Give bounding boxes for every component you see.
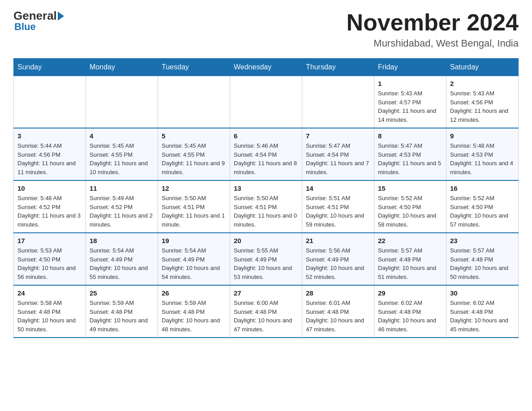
- week-row-4: 17Sunrise: 5:53 AMSunset: 4:50 PMDayligh…: [14, 233, 519, 285]
- calendar-cell: [302, 76, 374, 128]
- logo-arrow-icon: [58, 12, 64, 21]
- calendar-cell: 29Sunrise: 6:02 AMSunset: 4:48 PMDayligh…: [374, 285, 446, 338]
- location-subtitle: Murshidabad, West Bengal, India: [347, 38, 519, 49]
- calendar-cell: 24Sunrise: 5:58 AMSunset: 4:48 PMDayligh…: [14, 285, 86, 338]
- title-section: November 2024 Murshidabad, West Bengal, …: [347, 9, 519, 49]
- calendar-cell: 26Sunrise: 5:59 AMSunset: 4:48 PMDayligh…: [158, 285, 230, 338]
- calendar-cell: 12Sunrise: 5:50 AMSunset: 4:51 PMDayligh…: [158, 180, 230, 233]
- day-number: 26: [162, 289, 226, 297]
- day-number: 11: [90, 184, 154, 192]
- calendar-body: 1Sunrise: 5:43 AMSunset: 4:57 PMDaylight…: [14, 76, 519, 338]
- day-number: 5: [162, 132, 226, 140]
- day-info: Sunrise: 6:01 AMSunset: 4:48 PMDaylight:…: [306, 299, 370, 334]
- calendar-cell: 18Sunrise: 5:54 AMSunset: 4:49 PMDayligh…: [86, 233, 158, 285]
- day-of-week-friday: Friday: [374, 59, 446, 76]
- calendar-header: SundayMondayTuesdayWednesdayThursdayFrid…: [14, 59, 519, 76]
- logo-blue: Blue: [14, 21, 36, 33]
- calendar-cell: 1Sunrise: 5:43 AMSunset: 4:57 PMDaylight…: [374, 76, 446, 128]
- calendar-cell: [230, 76, 302, 128]
- day-info: Sunrise: 5:46 AMSunset: 4:54 PMDaylight:…: [234, 141, 298, 176]
- day-info: Sunrise: 5:45 AMSunset: 4:55 PMDaylight:…: [162, 141, 226, 176]
- day-of-week-tuesday: Tuesday: [158, 59, 230, 76]
- day-number: 4: [90, 132, 154, 140]
- week-row-2: 3Sunrise: 5:44 AMSunset: 4:56 PMDaylight…: [14, 128, 519, 180]
- day-info: Sunrise: 5:58 AMSunset: 4:48 PMDaylight:…: [17, 299, 82, 334]
- day-number: 10: [17, 184, 82, 192]
- day-info: Sunrise: 5:51 AMSunset: 4:51 PMDaylight:…: [306, 194, 370, 229]
- week-row-1: 1Sunrise: 5:43 AMSunset: 4:57 PMDaylight…: [14, 76, 519, 128]
- calendar-cell: 19Sunrise: 5:54 AMSunset: 4:49 PMDayligh…: [158, 233, 230, 285]
- calendar-cell: [14, 76, 86, 128]
- calendar-cell: 13Sunrise: 5:50 AMSunset: 4:51 PMDayligh…: [230, 180, 302, 233]
- week-row-3: 10Sunrise: 5:48 AMSunset: 4:52 PMDayligh…: [14, 180, 519, 233]
- day-info: Sunrise: 5:48 AMSunset: 4:53 PMDaylight:…: [450, 141, 515, 176]
- day-info: Sunrise: 5:45 AMSunset: 4:55 PMDaylight:…: [90, 141, 154, 176]
- calendar-cell: 25Sunrise: 5:59 AMSunset: 4:48 PMDayligh…: [86, 285, 158, 338]
- day-of-week-thursday: Thursday: [302, 59, 374, 76]
- day-number: 20: [234, 237, 298, 244]
- day-number: 7: [306, 132, 370, 140]
- day-info: Sunrise: 6:02 AMSunset: 4:48 PMDaylight:…: [378, 299, 442, 334]
- day-number: 6: [234, 132, 298, 140]
- calendar-cell: 16Sunrise: 5:52 AMSunset: 4:50 PMDayligh…: [446, 180, 519, 233]
- day-info: Sunrise: 5:49 AMSunset: 4:52 PMDaylight:…: [90, 194, 154, 229]
- calendar-cell: 21Sunrise: 5:56 AMSunset: 4:49 PMDayligh…: [302, 233, 374, 285]
- day-number: 22: [378, 237, 442, 244]
- week-row-5: 24Sunrise: 5:58 AMSunset: 4:48 PMDayligh…: [14, 285, 519, 338]
- day-number: 1: [378, 80, 442, 87]
- calendar-cell: 14Sunrise: 5:51 AMSunset: 4:51 PMDayligh…: [302, 180, 374, 233]
- calendar-cell: 7Sunrise: 5:47 AMSunset: 4:54 PMDaylight…: [302, 128, 374, 180]
- day-info: Sunrise: 5:56 AMSunset: 4:49 PMDaylight:…: [306, 246, 370, 281]
- day-number: 27: [234, 289, 298, 297]
- calendar-cell: 10Sunrise: 5:48 AMSunset: 4:52 PMDayligh…: [14, 180, 86, 233]
- day-info: Sunrise: 5:53 AMSunset: 4:50 PMDaylight:…: [17, 246, 82, 281]
- day-number: 18: [90, 237, 154, 244]
- days-of-week-row: SundayMondayTuesdayWednesdayThursdayFrid…: [14, 59, 519, 76]
- day-info: Sunrise: 5:47 AMSunset: 4:53 PMDaylight:…: [378, 141, 442, 176]
- calendar-cell: [158, 76, 230, 128]
- day-number: 19: [162, 237, 226, 244]
- day-number: 17: [17, 237, 82, 244]
- day-info: Sunrise: 5:43 AMSunset: 4:57 PMDaylight:…: [378, 89, 442, 124]
- calendar-cell: 30Sunrise: 6:02 AMSunset: 4:48 PMDayligh…: [446, 285, 519, 338]
- day-number: 9: [450, 132, 515, 140]
- day-info: Sunrise: 6:02 AMSunset: 4:48 PMDaylight:…: [450, 299, 515, 334]
- day-number: 3: [17, 132, 82, 140]
- day-of-week-wednesday: Wednesday: [230, 59, 302, 76]
- day-info: Sunrise: 5:43 AMSunset: 4:56 PMDaylight:…: [450, 89, 515, 124]
- calendar-cell: 6Sunrise: 5:46 AMSunset: 4:54 PMDaylight…: [230, 128, 302, 180]
- logo: General Blue: [13, 9, 64, 33]
- day-info: Sunrise: 5:47 AMSunset: 4:54 PMDaylight:…: [306, 141, 370, 176]
- calendar-cell: 23Sunrise: 5:57 AMSunset: 4:48 PMDayligh…: [446, 233, 519, 285]
- day-number: 21: [306, 237, 370, 244]
- day-info: Sunrise: 5:59 AMSunset: 4:48 PMDaylight:…: [162, 299, 226, 334]
- day-info: Sunrise: 5:48 AMSunset: 4:52 PMDaylight:…: [17, 194, 82, 229]
- calendar-cell: 9Sunrise: 5:48 AMSunset: 4:53 PMDaylight…: [446, 128, 519, 180]
- day-number: 13: [234, 184, 298, 192]
- day-info: Sunrise: 5:50 AMSunset: 4:51 PMDaylight:…: [234, 194, 298, 229]
- calendar-cell: 17Sunrise: 5:53 AMSunset: 4:50 PMDayligh…: [14, 233, 86, 285]
- calendar-cell: 22Sunrise: 5:57 AMSunset: 4:48 PMDayligh…: [374, 233, 446, 285]
- day-number: 25: [90, 289, 154, 297]
- day-number: 16: [450, 184, 515, 192]
- day-number: 15: [378, 184, 442, 192]
- calendar-cell: 15Sunrise: 5:52 AMSunset: 4:50 PMDayligh…: [374, 180, 446, 233]
- day-info: Sunrise: 5:52 AMSunset: 4:50 PMDaylight:…: [450, 194, 515, 229]
- calendar-cell: 4Sunrise: 5:45 AMSunset: 4:55 PMDaylight…: [86, 128, 158, 180]
- day-info: Sunrise: 5:44 AMSunset: 4:56 PMDaylight:…: [17, 141, 82, 176]
- day-number: 24: [17, 289, 82, 297]
- day-of-week-sunday: Sunday: [14, 59, 86, 76]
- day-info: Sunrise: 5:52 AMSunset: 4:50 PMDaylight:…: [378, 194, 442, 229]
- day-number: 2: [450, 80, 515, 87]
- day-info: Sunrise: 5:54 AMSunset: 4:49 PMDaylight:…: [90, 246, 154, 281]
- day-number: 14: [306, 184, 370, 192]
- calendar-cell: 5Sunrise: 5:45 AMSunset: 4:55 PMDaylight…: [158, 128, 230, 180]
- day-info: Sunrise: 6:00 AMSunset: 4:48 PMDaylight:…: [234, 299, 298, 334]
- calendar-cell: 3Sunrise: 5:44 AMSunset: 4:56 PMDaylight…: [14, 128, 86, 180]
- calendar-cell: 20Sunrise: 5:55 AMSunset: 4:49 PMDayligh…: [230, 233, 302, 285]
- day-of-week-saturday: Saturday: [446, 59, 519, 76]
- calendar-cell: 8Sunrise: 5:47 AMSunset: 4:53 PMDaylight…: [374, 128, 446, 180]
- day-info: Sunrise: 5:59 AMSunset: 4:48 PMDaylight:…: [90, 299, 154, 334]
- day-number: 29: [378, 289, 442, 297]
- calendar-table: SundayMondayTuesdayWednesdayThursdayFrid…: [13, 58, 519, 338]
